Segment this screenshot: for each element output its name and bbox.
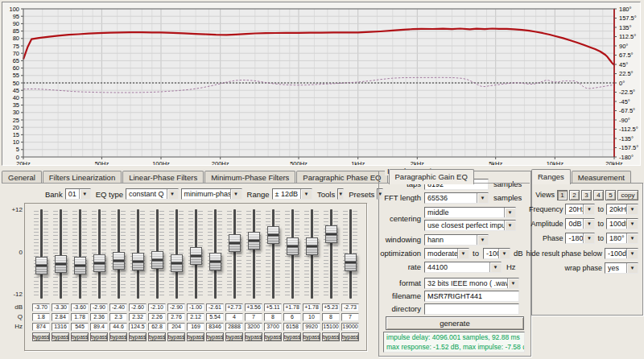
bypass-button[interactable]: bypass bbox=[341, 332, 359, 341]
generate-button[interactable]: generate bbox=[386, 316, 524, 330]
eq-gain-value[interactable]: +2.73 bbox=[225, 303, 243, 312]
eq-freq-value[interactable]: 3200 bbox=[245, 323, 262, 331]
bypass-button[interactable]: bypass bbox=[109, 332, 127, 341]
eq-type-select[interactable]: constant Q ▼ bbox=[126, 188, 179, 200]
dropdown-arrow-icon[interactable]: ▼ bbox=[583, 233, 594, 243]
bypass-button[interactable]: bypass bbox=[148, 332, 166, 341]
eq-q-value[interactable]: 5.54 bbox=[206, 313, 224, 321]
eq-freq-value[interactable]: 44.6 bbox=[109, 323, 127, 331]
eq-q-value[interactable]: 2.12 bbox=[187, 313, 204, 321]
eq-q-value[interactable]: 2.3 bbox=[109, 313, 127, 321]
tab-paragraphic-phase-eq[interactable]: Paragraphic Phase EQ bbox=[296, 171, 387, 184]
bypass-button[interactable]: bypass bbox=[322, 332, 340, 341]
eq-gain-value[interactable]: -3.60 bbox=[71, 303, 89, 312]
view-button-3[interactable]: 3 bbox=[581, 190, 592, 200]
dropdown-arrow-icon[interactable]: ▼ bbox=[626, 233, 638, 243]
eq-slider-thumb[interactable] bbox=[287, 237, 299, 255]
eq-slider-thumb[interactable] bbox=[35, 257, 47, 274]
centering-mode-select[interactable]: use closest perfect impulse ▼ bbox=[424, 220, 516, 231]
dropdown-arrow-icon[interactable]: ▼ bbox=[507, 279, 518, 288]
eq-slider-thumb[interactable] bbox=[345, 254, 357, 271]
directory-input[interactable] bbox=[424, 303, 519, 315]
eq-freq-value[interactable]: 9920 bbox=[303, 323, 320, 331]
bypass-button[interactable]: bypass bbox=[283, 332, 301, 341]
dropdown-arrow-icon[interactable]: ▼ bbox=[477, 235, 488, 245]
bypass-button[interactable]: bypass bbox=[90, 332, 108, 341]
view-button-1[interactable]: 1 bbox=[557, 190, 568, 200]
eq-slider-thumb[interactable] bbox=[74, 257, 86, 274]
eq-q-value[interactable]: 1.78 bbox=[71, 313, 89, 321]
eq-gain-value[interactable]: +5.11 bbox=[264, 303, 282, 312]
eq-slider-thumb[interactable] bbox=[93, 254, 105, 272]
eq-freq-value[interactable]: 204 bbox=[167, 323, 185, 331]
wrap-phase-select[interactable]: yes ▼ bbox=[605, 262, 638, 274]
eq-freq-value[interactable]: 545 bbox=[71, 323, 89, 331]
eq-q-value[interactable]: 2.84 bbox=[52, 313, 69, 321]
bypass-button[interactable]: bypass bbox=[167, 332, 185, 341]
bypass-button[interactable]: bypass bbox=[52, 332, 69, 341]
eq-freq-value[interactable]: 15100 bbox=[322, 323, 340, 331]
bypass-button[interactable]: bypass bbox=[245, 332, 262, 341]
rate-select[interactable]: 44100 ▼ bbox=[424, 262, 502, 273]
eq-slider-track[interactable] bbox=[40, 209, 43, 299]
eq-slider-thumb[interactable] bbox=[113, 252, 125, 270]
eq-slider-track[interactable] bbox=[79, 209, 81, 299]
eq-q-value[interactable]: 7 bbox=[341, 313, 359, 321]
hide-phase-select[interactable]: -100dB ▼ bbox=[605, 248, 638, 259]
bypass-button[interactable]: bypass bbox=[129, 332, 147, 341]
dropdown-arrow-icon[interactable]: ▼ bbox=[489, 262, 501, 272]
amplitude-from-select[interactable]: 0dB ▼ bbox=[565, 218, 595, 229]
eq-freq-value[interactable]: 89.4 bbox=[90, 323, 108, 331]
eq-q-value[interactable]: 2.36 bbox=[90, 313, 108, 321]
eq-gain-value[interactable]: -2.60 bbox=[129, 303, 147, 312]
eq-gain-value[interactable]: -2.61 bbox=[206, 303, 224, 312]
fft-length-select[interactable]: 65536 ▼ bbox=[424, 192, 489, 204]
eq-slider-track[interactable] bbox=[233, 209, 236, 299]
eq-freq-value[interactable]: 1316 bbox=[52, 323, 69, 331]
eq-slider-track[interactable] bbox=[272, 209, 275, 299]
format-select[interactable]: 32 bits IEEE mono ( .wav) ▼ bbox=[424, 278, 519, 289]
eq-freq-value[interactable]: 3700 bbox=[264, 323, 282, 331]
dropdown-arrow-icon[interactable]: ▼ bbox=[230, 189, 242, 199]
eq-gain-value[interactable]: +5.23 bbox=[322, 303, 340, 312]
dropdown-arrow-icon[interactable]: ▼ bbox=[477, 193, 488, 203]
phase-from-select[interactable]: -180° ▼ bbox=[565, 233, 595, 244]
view-button-2[interactable]: 2 bbox=[569, 190, 580, 200]
bypass-button[interactable]: bypass bbox=[187, 332, 204, 341]
eq-gain-value[interactable]: +3.56 bbox=[245, 303, 262, 312]
eq-slider-thumb[interactable] bbox=[55, 255, 67, 273]
tab-general[interactable]: General bbox=[2, 171, 42, 184]
bypass-button[interactable]: bypass bbox=[32, 332, 50, 341]
eq-q-value[interactable]: 10 bbox=[303, 313, 320, 321]
eq-q-value[interactable]: 6 bbox=[283, 313, 301, 321]
tab-measurement[interactable]: Measurement bbox=[572, 171, 631, 184]
dropdown-arrow-icon[interactable]: ▼ bbox=[504, 221, 515, 230]
dropdown-arrow-icon[interactable]: ▼ bbox=[79, 189, 90, 199]
eq-gain-value[interactable]: -2.73 bbox=[341, 303, 359, 312]
view-copy-button[interactable]: copy bbox=[617, 190, 638, 200]
tab-ranges[interactable]: Ranges bbox=[531, 169, 571, 184]
dropdown-arrow-icon[interactable]: ▼ bbox=[583, 204, 594, 214]
frequency-to-select[interactable]: 20kHz ▼ bbox=[606, 204, 638, 215]
dropdown-arrow-icon[interactable]: ▼ bbox=[626, 249, 638, 258]
tools-select[interactable]: ▼ bbox=[337, 188, 344, 200]
eq-gain-value[interactable]: -2.10 bbox=[148, 303, 166, 312]
phase-mode-select[interactable]: minimum-phase ▼ bbox=[181, 188, 242, 200]
eq-slider-thumb[interactable] bbox=[248, 232, 260, 250]
dropdown-arrow-icon[interactable]: ▼ bbox=[457, 249, 469, 258]
dropdown-arrow-icon[interactable]: ▼ bbox=[338, 189, 343, 199]
phase-to-select[interactable]: 180° ▼ bbox=[606, 233, 638, 244]
tab-linear-phase-filters[interactable]: Linear-Phase Filters bbox=[122, 171, 204, 184]
eq-slider-track[interactable] bbox=[253, 209, 255, 299]
eq-slider-thumb[interactable] bbox=[171, 254, 183, 272]
dropdown-arrow-icon[interactable]: ▼ bbox=[626, 219, 638, 229]
windowing-select[interactable]: hann ▼ bbox=[424, 234, 489, 246]
eq-gain-value[interactable]: -2.40 bbox=[109, 303, 127, 312]
bypass-button[interactable]: bypass bbox=[206, 332, 224, 341]
eq-slider-thumb[interactable] bbox=[151, 251, 163, 269]
eq-slider-thumb[interactable] bbox=[325, 225, 337, 243]
range-select[interactable]: ± 12dB ▼ bbox=[272, 188, 312, 200]
tab-minimum-phase-filters[interactable]: Minimum-Phase Filters bbox=[204, 171, 295, 184]
dropdown-arrow-icon[interactable]: ▼ bbox=[498, 249, 510, 258]
view-button-5[interactable]: 5 bbox=[605, 190, 616, 200]
